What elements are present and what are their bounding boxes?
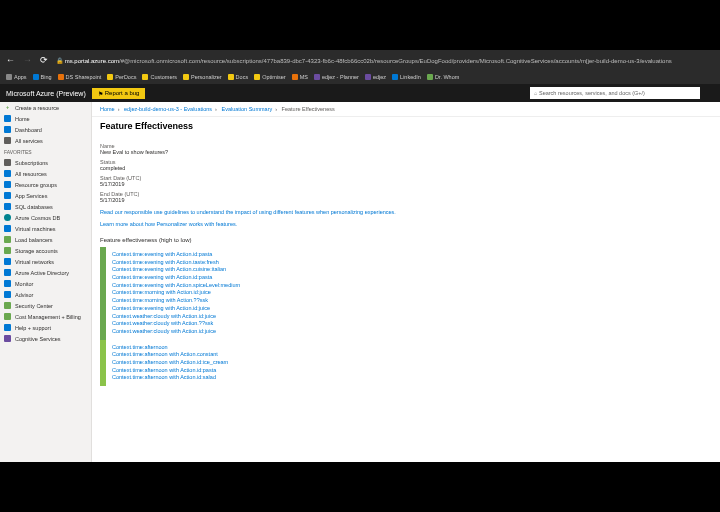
feature-item[interactable]: Context.weather:cloudy with Action.id:ju… bbox=[112, 328, 240, 336]
report-bug-button[interactable]: ⚑ Report a bug bbox=[92, 88, 146, 99]
azure-logo[interactable]: Microsoft Azure (Preview) bbox=[0, 90, 92, 97]
feature-item[interactable]: Context.time:morning with Action.id:juic… bbox=[112, 289, 240, 297]
reload-icon[interactable]: ⟳ bbox=[40, 55, 48, 65]
effectiveness-bar-med bbox=[100, 340, 106, 386]
back-icon[interactable]: ← bbox=[6, 55, 15, 65]
feature-item[interactable]: Context.time:evening with Action.taste:f… bbox=[112, 259, 240, 267]
sidebar-item[interactable]: Help + support bbox=[0, 322, 91, 333]
sidebar: +Create a resource Home Dashboard All se… bbox=[0, 102, 92, 462]
breadcrumb-home[interactable]: Home bbox=[100, 106, 115, 112]
feature-item[interactable]: Context.weather:cloudy with Action.id:ju… bbox=[112, 313, 240, 321]
bookmarks-bar: AppsBingDS SharepointPerDocsCustomersPer… bbox=[0, 70, 720, 84]
feature-item[interactable]: Context.time:evening with Action.spiceLe… bbox=[112, 282, 240, 290]
sidebar-item[interactable]: Monitor bbox=[0, 278, 91, 289]
forward-icon[interactable]: → bbox=[23, 55, 32, 65]
feature-list-high: Context.time:evening with Action.id:past… bbox=[112, 247, 240, 340]
sidebar-all-services[interactable]: All services bbox=[0, 135, 91, 146]
address-bar[interactable]: 🔒 ms.portal.azure.com/#@microsoft.onmicr… bbox=[56, 57, 672, 64]
breadcrumb-account[interactable]: edjez-build-demo-us-3 - Evaluations bbox=[124, 106, 212, 112]
sidebar-favorites-header: FAVORITES bbox=[0, 146, 91, 157]
responsible-use-link[interactable]: Read our responsible use guidelines to u… bbox=[100, 209, 712, 215]
end-date-value: 5/17/2019 bbox=[100, 197, 712, 203]
sidebar-item[interactable]: Advisor bbox=[0, 289, 91, 300]
sidebar-item[interactable]: Security Center bbox=[0, 300, 91, 311]
feature-item[interactable]: Context.time:afternoon bbox=[112, 344, 228, 352]
grid-icon bbox=[4, 137, 11, 144]
sidebar-dashboard[interactable]: Dashboard bbox=[0, 124, 91, 135]
bookmark-item[interactable]: MS bbox=[292, 74, 308, 80]
sidebar-item[interactable]: Subscriptions bbox=[0, 157, 91, 168]
sidebar-item[interactable]: Storage accounts bbox=[0, 245, 91, 256]
bookmark-item[interactable]: Docs bbox=[228, 74, 249, 80]
status-value: completed bbox=[100, 165, 712, 171]
bookmark-item[interactable]: Optimiser bbox=[254, 74, 286, 80]
bookmark-item[interactable]: edjez - Planner bbox=[314, 74, 359, 80]
sidebar-item[interactable]: Azure Cosmos DB bbox=[0, 212, 91, 223]
start-date-value: 5/17/2019 bbox=[100, 181, 712, 187]
sidebar-home[interactable]: Home bbox=[0, 113, 91, 124]
sidebar-item[interactable]: Cost Management + Billing bbox=[0, 311, 91, 322]
feature-list-med: Context.time:afternoonContext.time:after… bbox=[112, 340, 228, 386]
feature-item[interactable]: Context.time:afternoon with Action.const… bbox=[112, 351, 228, 359]
breadcrumb-current: Feature Effectiveness bbox=[282, 106, 335, 112]
feature-item[interactable]: Context.time:afternoon with Action.id:pa… bbox=[112, 367, 228, 375]
feature-item[interactable]: Context.time:evening with Action.cuisine… bbox=[112, 266, 240, 274]
bookmark-item[interactable]: edjez bbox=[365, 74, 386, 80]
bookmark-item[interactable]: Apps bbox=[6, 74, 27, 80]
main-panel: Home› edjez-build-demo-us-3 - Evaluation… bbox=[92, 102, 720, 462]
sidebar-item[interactable]: Virtual networks bbox=[0, 256, 91, 267]
sidebar-item[interactable]: Resource groups bbox=[0, 179, 91, 190]
feature-item[interactable]: Context.weather:cloudy with Action.??ssk bbox=[112, 320, 240, 328]
azure-top-bar: Microsoft Azure (Preview) ⚑ Report a bug… bbox=[0, 84, 720, 102]
bookmark-item[interactable]: Bing bbox=[33, 74, 52, 80]
breadcrumb: Home› edjez-build-demo-us-3 - Evaluation… bbox=[92, 102, 720, 117]
sidebar-item[interactable]: SQL databases bbox=[0, 201, 91, 212]
feature-item[interactable]: Context.time:afternoon with Action.id:ic… bbox=[112, 359, 228, 367]
global-search-input[interactable]: Search resources, services, and docs (G+… bbox=[530, 87, 700, 99]
bookmark-item[interactable]: LinkedIn bbox=[392, 74, 421, 80]
sidebar-item[interactable]: Azure Active Directory bbox=[0, 267, 91, 278]
learn-more-link[interactable]: Learn more about how Personalizer works … bbox=[100, 221, 712, 227]
feature-item[interactable]: Context.time:evening with Action.id:juic… bbox=[112, 305, 240, 313]
section-header: Feature effectiveness (high to low) bbox=[100, 237, 712, 243]
bookmark-item[interactable]: Customers bbox=[142, 74, 177, 80]
bookmark-item[interactable]: PerDocs bbox=[107, 74, 136, 80]
sidebar-item[interactable]: App Services bbox=[0, 190, 91, 201]
breadcrumb-eval-summary[interactable]: Evaluation Summary bbox=[221, 106, 272, 112]
feature-item[interactable]: Context.time:evening with Action.id:past… bbox=[112, 251, 240, 259]
dashboard-icon bbox=[4, 126, 11, 133]
feature-item[interactable]: Context.time:afternoon with Action.id:sa… bbox=[112, 374, 228, 382]
bookmark-item[interactable]: Personalizer bbox=[183, 74, 222, 80]
plus-icon: + bbox=[4, 104, 11, 111]
sidebar-item[interactable]: Cognitive Services bbox=[0, 333, 91, 344]
sidebar-item[interactable]: Virtual machines bbox=[0, 223, 91, 234]
feature-item[interactable]: Context.time:morning with Action.??ssk bbox=[112, 297, 240, 305]
home-icon bbox=[4, 115, 11, 122]
effectiveness-bar-high bbox=[100, 247, 106, 340]
sidebar-create-resource[interactable]: +Create a resource bbox=[0, 102, 91, 113]
sidebar-item[interactable]: All resources bbox=[0, 168, 91, 179]
feature-item[interactable]: Context.time:evening with Action.id:past… bbox=[112, 274, 240, 282]
sidebar-item[interactable]: Load balancers bbox=[0, 234, 91, 245]
bookmark-item[interactable]: DS Sharepoint bbox=[58, 74, 102, 80]
browser-nav-bar: ← → ⟳ 🔒 ms.portal.azure.com/#@microsoft.… bbox=[0, 50, 720, 70]
page-title: Feature Effectiveness bbox=[92, 117, 720, 135]
bookmark-item[interactable]: Dr. Whom bbox=[427, 74, 459, 80]
name-value: New Eval to show features? bbox=[100, 149, 712, 155]
